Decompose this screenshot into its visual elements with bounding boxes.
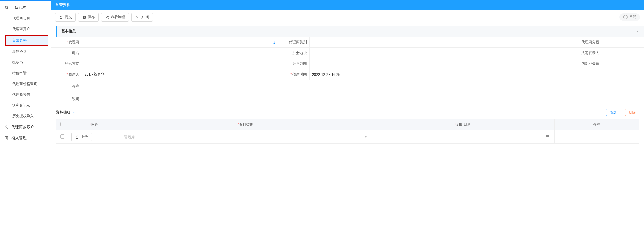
sidebar-item-agent-open[interactable]: 代理商开户 <box>0 24 51 35</box>
label-reg-addr: 注册地址 <box>279 48 309 58</box>
input-legal-rep[interactable] <box>602 48 644 58</box>
minimize-button[interactable]: — <box>635 0 641 10</box>
label-remark: 备注 <box>51 80 82 93</box>
save-icon <box>82 15 86 19</box>
close-button[interactable]: 关 闭 <box>131 13 153 22</box>
upload-button[interactable]: 上传 <box>71 133 92 141</box>
sidebar-item-agent-info[interactable]: 代理商信息 <box>0 13 51 24</box>
sidebar-item-dist-agreement[interactable]: 经销协议 <box>0 46 51 57</box>
label-internal-sales: 内部业务员 <box>571 58 602 69</box>
sidebar-item-history-import[interactable]: 历史授权导入 <box>0 111 51 122</box>
checkbox-row[interactable] <box>60 134 64 139</box>
svg-point-2 <box>6 126 7 127</box>
menu-group-header-customer[interactable]: 代理商的客户 <box>0 122 51 133</box>
delete-button[interactable]: 删除 <box>625 109 639 116</box>
col-remark: 备注 <box>554 119 639 130</box>
collapse-icon[interactable] <box>636 29 640 33</box>
input-agent-type[interactable] <box>309 37 571 48</box>
label-agent: *代理商 <box>51 37 82 48</box>
content: 基本信息 *代理商 代理商类别 代理商分级 <box>51 26 644 244</box>
toolbar: 提交 保存 查看流程 关 闭 <box>51 10 644 26</box>
sidebar-item-authorization[interactable]: 授权书 <box>0 57 51 68</box>
normal-chip[interactable]: 普通 <box>619 13 640 21</box>
label-biz-scope: 经营范围 <box>279 58 309 69</box>
date-picker[interactable] <box>374 135 552 139</box>
normal-chip-label: 普通 <box>629 15 636 19</box>
detail-title: 资料明细 <box>56 110 70 115</box>
input-agent-level[interactable] <box>602 37 644 48</box>
viewflow-button[interactable]: 查看流程 <box>101 13 129 22</box>
save-button[interactable]: 保存 <box>78 13 99 22</box>
input-internal-sales[interactable] <box>602 58 644 69</box>
value-creator: 201 - 祝春华 <box>82 69 279 80</box>
col-type: *资料类别 <box>120 119 371 130</box>
main: 首营资料 — 提交 保存 查看流程 <box>51 0 644 244</box>
menu-group-agent: 一级代理 代理商信息 代理商开户 首营资料 经销协议 授权书 特价申请 代理商价… <box>0 2 51 122</box>
add-button[interactable]: 增加 <box>606 109 620 116</box>
menu-group-header-implant[interactable]: 植入管理 <box>0 133 51 144</box>
upload-label: 上传 <box>81 135 88 139</box>
label-desc: 说明 <box>51 93 82 105</box>
close-label: 关 闭 <box>141 15 149 19</box>
submit-button[interactable]: 提交 <box>55 13 76 22</box>
input-desc[interactable] <box>82 93 644 105</box>
col-attachment: *附件 <box>69 119 120 130</box>
menu-group-title: 代理商的客户 <box>11 125 34 130</box>
close-icon <box>135 15 139 19</box>
col-check <box>56 119 69 130</box>
sidebar-item-rebate[interactable]: 返利金记录 <box>0 100 51 111</box>
label-legal-rep: 法定代表人 <box>571 48 602 58</box>
svg-rect-18 <box>546 135 549 139</box>
section-basic: 基本信息 <box>56 26 644 37</box>
menu-group-header-agent[interactable]: 一级代理 <box>0 2 51 13</box>
users-icon <box>4 5 9 10</box>
save-label: 保存 <box>88 15 95 19</box>
sidebar-item-special-price[interactable]: 特价申请 <box>0 68 51 79</box>
checkbox-all[interactable] <box>60 122 64 126</box>
page-title: 首营资料 <box>55 3 71 7</box>
sidebar: 一级代理 代理商信息 代理商开户 首营资料 经销协议 授权书 特价申请 代理商价… <box>0 0 51 244</box>
input-agent[interactable] <box>82 37 279 48</box>
detail-table: *附件 *资料类别 *到期日期 备注 <box>56 119 639 144</box>
cell-check <box>56 130 69 144</box>
cell-remark[interactable] <box>554 130 639 144</box>
value-create-time: 2022-12-28 16:25 <box>309 69 571 80</box>
label-agent-type: 代理商类别 <box>279 37 309 48</box>
menu-group-title: 一级代理 <box>11 5 27 10</box>
type-select[interactable]: 请选择 ▼ <box>122 135 369 139</box>
section-title: 基本信息 <box>61 29 76 34</box>
cell-expire[interactable] <box>371 130 555 144</box>
submit-label: 提交 <box>65 15 72 19</box>
sidebar-item-first-biz[interactable]: 首营资料 <box>5 35 48 46</box>
calendar-icon <box>545 135 550 139</box>
svg-line-13 <box>106 17 108 18</box>
form-grid: *代理商 代理商类别 代理商分级 电话 注册地址 <box>51 37 644 105</box>
upload-icon <box>75 135 79 139</box>
detail-header: 资料明细 增加 删除 <box>51 105 644 119</box>
chevron-up-icon[interactable] <box>73 111 76 114</box>
input-remark[interactable] <box>82 80 644 93</box>
input-phone[interactable] <box>82 48 279 58</box>
svg-point-16 <box>272 41 274 43</box>
svg-line-12 <box>106 16 108 17</box>
table-row: 上传 请选择 ▼ <box>56 130 639 144</box>
upload-icon <box>59 15 63 19</box>
sidebar-item-price-query[interactable]: 代理商价格查询 <box>0 79 51 89</box>
input-biz-mode[interactable] <box>82 58 279 69</box>
label-agent-level: 代理商分级 <box>571 37 602 48</box>
svg-point-0 <box>5 6 7 7</box>
cell-type[interactable]: 请选择 ▼ <box>120 130 371 144</box>
input-reg-addr[interactable] <box>309 48 571 58</box>
svg-point-1 <box>7 6 8 7</box>
menu-group-title: 植入管理 <box>11 136 27 141</box>
cell-attachment: 上传 <box>69 130 120 144</box>
viewflow-label: 查看流程 <box>111 15 125 19</box>
sidebar-item-credit[interactable]: 代理商授信 <box>0 89 51 100</box>
input-biz-scope[interactable] <box>309 58 571 69</box>
sidebar-accent <box>0 0 51 1</box>
user-icon <box>4 125 9 130</box>
search-icon[interactable] <box>271 40 276 45</box>
svg-line-17 <box>274 43 275 44</box>
share-icon <box>105 15 109 19</box>
menu-group-customer: 代理商的客户 <box>0 122 51 133</box>
